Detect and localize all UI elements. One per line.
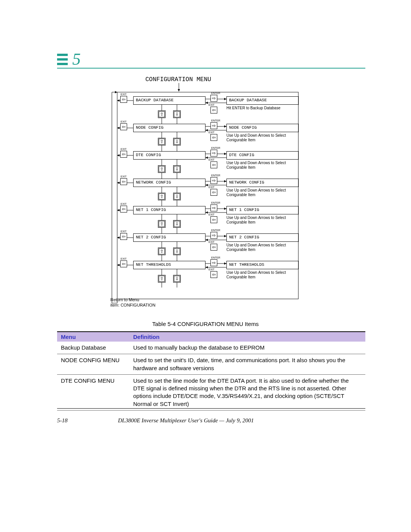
submenu-network-config: NETWORK CONFIG: [226, 179, 299, 187]
submenu-backup-database: BACKUP DATABASE: [226, 96, 299, 105]
enter-label: ENTER: [211, 119, 220, 122]
arrow-down-icon: ⇩: [173, 138, 181, 145]
hint-text: Use Up and Down Arrows to Select Conigur…: [226, 216, 303, 225]
arrow-left-icon: ⇦: [210, 244, 217, 251]
submenu-label: NETWORK CONFIG: [229, 180, 264, 185]
arrow-right-icon: ⇨: [210, 204, 217, 211]
arrow-up-icon: ⇧: [158, 275, 166, 283]
exit-label: EXIT: [121, 120, 127, 123]
submenu-net-thresholds: NET THRESHOLDS: [226, 261, 299, 269]
submenu-dte-config: DTE CONFIG: [226, 151, 299, 160]
enter-label: ENTER: [211, 229, 220, 232]
hint-text: Hit ENTER to Backup Database: [226, 106, 303, 110]
submenu-label: NET THRESHOLDS: [229, 262, 264, 267]
exit-label: EXIT: [121, 230, 127, 233]
arrow-left-icon: ⇦: [120, 233, 127, 240]
arrow-up-icon: ⇧: [158, 165, 166, 173]
menu-item-label: NODE CONFIG: [136, 125, 164, 130]
arrow-up-icon: ⇧: [158, 220, 166, 228]
hint-text: Use Up and Down Arrows to Select Conigur…: [226, 243, 303, 252]
submenu-node-config: NODE CONFIG: [226, 124, 299, 132]
table-caption: Table 5-4 CONFIGURATION MENU Items: [0, 321, 411, 327]
logo-bars-icon: [57, 54, 68, 65]
exit-label: EXIT: [121, 203, 127, 205]
hint-text: Use Up and Down Arrows to Select Conigur…: [226, 270, 303, 280]
exit-label: EXIT: [209, 104, 215, 106]
arrow-left-icon: ⇦: [210, 161, 217, 168]
arrow-down-icon: ⇩: [173, 220, 181, 228]
arrow-left-icon: ⇦: [210, 134, 217, 141]
arrow-left-icon: ⇦: [120, 96, 127, 103]
hint-text: Use Up and Down Arrows to Select Conigur…: [226, 161, 303, 170]
menu-item-label: NET 2 CONFIG: [136, 235, 166, 240]
submenu-label: NET 2 CONFIG: [229, 235, 259, 240]
config-menu-items-table: Menu Definition Backup Database Used to …: [57, 331, 365, 411]
arrow-down-icon: ⇩: [173, 248, 181, 255]
menu-item-label: NET 1 CONFIG: [136, 208, 166, 212]
exit-label: EXIT: [121, 257, 127, 260]
submenu-net1-config: NET 1 CONFIG: [226, 206, 299, 214]
exit-label: EXIT: [209, 241, 215, 243]
menu-item-backup-database: BACKUP DATABASE: [133, 96, 206, 105]
diagram-title: CONFIGURATION MENU: [145, 76, 211, 83]
arrow-right-icon: ⇨: [210, 177, 217, 184]
enter-label: ENTER: [211, 201, 220, 204]
return-note-line2: item: CONFIGURATION: [110, 303, 155, 307]
table-cell-definition: Used to set the unit's ID, date, time, a…: [129, 354, 365, 375]
menu-item-label: NETWORK CONFIG: [136, 180, 171, 185]
arrow-down-icon: ⇩: [173, 165, 181, 173]
table-row: NODE CONFIG MENU Used to set the unit's …: [57, 354, 365, 375]
arrow-left-icon: ⇦: [120, 206, 127, 212]
submenu-label: NET 1 CONFIG: [229, 208, 259, 212]
arrow-up-icon: ⇧: [158, 110, 166, 118]
page-number: 5-18: [57, 417, 118, 424]
menu-item-dte-config: DTE CONFIG: [133, 151, 206, 160]
arrow-left-icon: ⇦: [210, 216, 217, 223]
arrow-down-icon: ⇩: [173, 275, 181, 283]
enter-label: ENTER: [211, 147, 220, 149]
arrow-left-icon: ⇦: [120, 123, 127, 130]
arrow-left-icon: ⇦: [120, 260, 127, 267]
exit-label: EXIT: [209, 268, 215, 271]
return-note: Return to Menu item: CONFIGURATION: [110, 297, 155, 308]
arrow-left-icon: ⇦: [210, 271, 217, 278]
table-cell-definition: Used to manually backup the database to …: [129, 342, 365, 354]
submenu-label: NODE CONFIG: [229, 125, 257, 130]
table-row: DTE CONFIG MENU Used to set the line mod…: [57, 374, 365, 410]
exit-label: EXIT: [121, 93, 127, 96]
menu-item-net1-config: NET 1 CONFIG: [133, 206, 206, 214]
submenu-label: DTE CONFIG: [229, 153, 254, 157]
chapter-marker: 5: [57, 50, 81, 69]
exit-label: EXIT: [209, 131, 215, 134]
enter-label: ENTER: [211, 174, 220, 177]
hint-text: Use Up and Down Arrows to Select Conigur…: [226, 188, 303, 197]
exit-label: EXIT: [209, 213, 215, 216]
table-cell-menu: NODE CONFIG MENU: [57, 354, 129, 375]
page-footer: 5-18 DL3800E Inverse Multiplexer User's …: [57, 417, 365, 424]
table-cell-definition: Used to set the line mode for the DTE DA…: [129, 374, 365, 410]
submenu-label: BACKUP DATABASE: [229, 98, 267, 102]
enter-label: ENTER: [211, 92, 220, 94]
hint-text: Use Up and Down Arrows to Select Conigur…: [226, 133, 303, 142]
arrow-down-icon: ⇩: [173, 110, 181, 118]
submenu-net2-config: NET 2 CONFIG: [226, 233, 299, 242]
return-note-line1: Return to Menu: [110, 297, 139, 302]
menu-item-label: DTE CONFIG: [136, 153, 161, 157]
table-cell-menu: Backup Database: [57, 342, 129, 354]
exit-label: EXIT: [209, 186, 215, 189]
enter-label: ENTER: [211, 256, 220, 259]
arrow-right-icon: ⇨: [210, 150, 217, 157]
arrow-right-icon: ⇨: [210, 122, 217, 129]
arrow-right-icon: ⇨: [210, 95, 217, 102]
menu-item-net2-config: NET 2 CONFIG: [133, 233, 206, 242]
arrow-up-icon: ⇧: [158, 193, 166, 200]
exit-label: EXIT: [121, 175, 127, 178]
table-row: Backup Database Used to manually backup …: [57, 342, 365, 354]
document-title: DL3800E Inverse Multiplexer User's Guide…: [118, 417, 365, 424]
arrow-left-icon: ⇦: [120, 178, 127, 185]
arrow-up-icon: ⇧: [158, 138, 166, 145]
menu-item-net-thresholds: NET THRESHOLDS: [133, 261, 206, 269]
menu-item-label: BACKUP DATABASE: [136, 98, 174, 102]
arrow-down-icon: ⇩: [173, 193, 181, 200]
arrow-left-icon: ⇦: [210, 189, 217, 196]
